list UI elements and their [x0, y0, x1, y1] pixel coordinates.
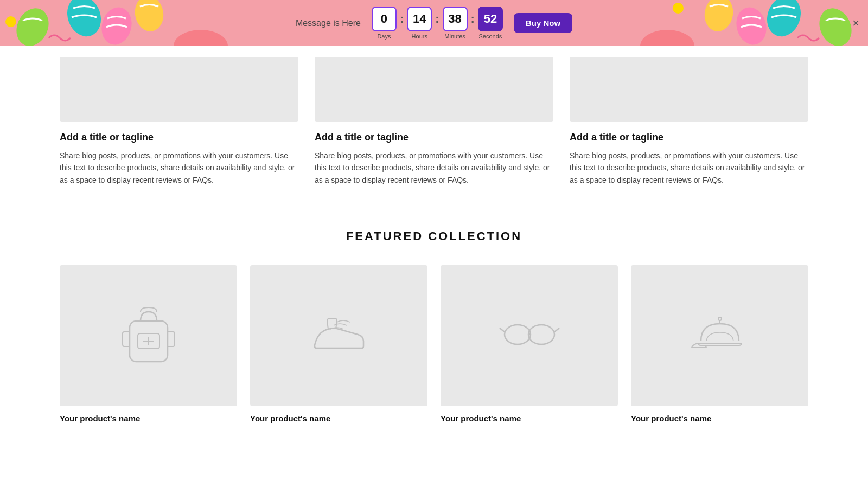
- countdown-minutes-label: Minutes: [444, 33, 465, 40]
- countdown-days-box: 0: [372, 7, 397, 31]
- countdown: 0 Days : 14 Hours : 38 Minutes : 52 Seco…: [372, 7, 503, 40]
- svg-point-6: [732, 4, 770, 46]
- svg-point-15: [528, 325, 554, 344]
- blog-image-1: [60, 57, 298, 122]
- countdown-seconds: 52 Seconds: [478, 7, 503, 40]
- blog-title-1: Add a title or tagline: [60, 132, 298, 143]
- svg-point-5: [762, 0, 806, 41]
- product-card-1[interactable]: Your product's name: [60, 265, 237, 423]
- svg-point-1: [98, 4, 136, 46]
- product-card-3[interactable]: Your product's name: [441, 265, 618, 423]
- product-image-4: [631, 265, 808, 406]
- buy-now-button[interactable]: Buy Now: [514, 13, 572, 33]
- separator-1: :: [400, 12, 404, 26]
- svg-point-2: [132, 0, 167, 34]
- countdown-minutes: 38 Minutes: [443, 7, 468, 40]
- product-image-1: [60, 265, 237, 406]
- svg-point-14: [505, 325, 531, 344]
- banner-message: Message is Here: [296, 18, 361, 28]
- blog-title-3: Add a title or tagline: [570, 132, 808, 143]
- countdown-hours-label: Hours: [412, 33, 427, 40]
- svg-point-3: [10, 3, 54, 46]
- product-image-3: [441, 265, 618, 406]
- blog-section: Add a title or tagline Share blog posts,…: [60, 46, 808, 219]
- blog-card-3: Add a title or tagline Share blog posts,…: [570, 57, 808, 186]
- blog-image-2: [315, 57, 553, 122]
- blog-image-3: [570, 57, 808, 122]
- glasses-icon: [497, 302, 562, 369]
- blog-card-1: Add a title or tagline Share blog posts,…: [60, 57, 298, 186]
- product-card-2[interactable]: Your product's name: [250, 265, 427, 423]
- svg-point-16: [718, 317, 722, 320]
- countdown-hours-box: 14: [407, 7, 432, 31]
- separator-3: :: [471, 12, 475, 26]
- blog-text-2: Share blog posts, products, or promotion…: [315, 150, 553, 186]
- close-button[interactable]: ×: [852, 16, 859, 30]
- product-name-3: Your product's name: [441, 414, 618, 423]
- countdown-seconds-label: Seconds: [479, 33, 502, 40]
- svg-point-10: [174, 30, 228, 46]
- countdown-days-label: Days: [377, 33, 391, 40]
- banner-content: Message is Here 0 Days : 14 Hours : 38 M…: [296, 7, 572, 40]
- countdown-hours: 14 Hours: [407, 7, 432, 40]
- svg-point-0: [62, 0, 106, 41]
- blog-card-2: Add a title or tagline Share blog posts,…: [315, 57, 553, 186]
- backpack-icon: [116, 302, 181, 369]
- shoe-icon: [307, 302, 372, 369]
- announcement-banner: Message is Here 0 Days : 14 Hours : 38 M…: [0, 0, 868, 46]
- svg-point-11: [640, 30, 694, 46]
- product-name-1: Your product's name: [60, 414, 237, 423]
- blog-text-3: Share blog posts, products, or promotion…: [570, 150, 808, 186]
- svg-point-9: [673, 3, 684, 14]
- product-image-2: [250, 265, 427, 406]
- svg-point-8: [813, 3, 857, 46]
- countdown-seconds-box: 52: [478, 7, 503, 31]
- cap-icon: [687, 302, 752, 369]
- separator-2: :: [435, 12, 439, 26]
- product-name-4: Your product's name: [631, 414, 808, 423]
- featured-title: FEATURED COLLECTION: [60, 229, 808, 243]
- countdown-minutes-box: 38: [443, 7, 468, 31]
- main-content: Add a title or tagline Share blog posts,…: [0, 46, 868, 445]
- blog-text-1: Share blog posts, products, or promotion…: [60, 150, 298, 186]
- blog-title-2: Add a title or tagline: [315, 132, 553, 143]
- product-name-2: Your product's name: [250, 414, 427, 423]
- svg-point-7: [702, 0, 736, 34]
- featured-section: FEATURED COLLECTION: [60, 219, 808, 445]
- products-grid: Your product's name Your prod: [60, 265, 808, 423]
- product-card-4[interactable]: Your product's name: [631, 265, 808, 423]
- countdown-days: 0 Days: [372, 7, 397, 40]
- svg-point-4: [5, 16, 16, 27]
